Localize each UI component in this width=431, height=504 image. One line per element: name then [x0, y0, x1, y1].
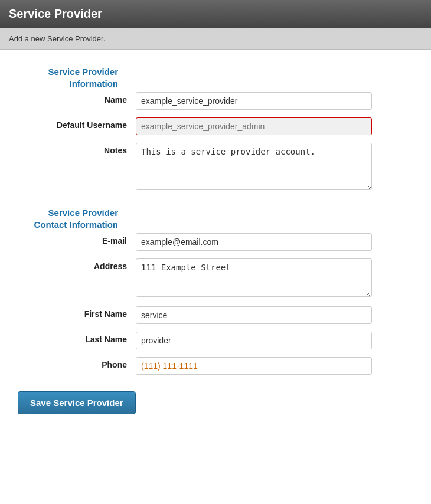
email-input[interactable] [136, 233, 372, 251]
first-name-field-container [136, 303, 413, 329]
default-username-field-container [136, 114, 413, 140]
last-name-label: Last Name [18, 329, 136, 349]
first-name-input[interactable] [136, 306, 372, 324]
first-name-label: First Name [18, 303, 136, 323]
name-field-container [136, 89, 413, 114]
page-title: Service Provider [9, 7, 102, 20]
header: Service Provider [0, 0, 431, 28]
phone-label: Phone [18, 354, 136, 374]
name-label: Name [18, 89, 136, 109]
address-textarea[interactable]: 111 Example Street [136, 258, 372, 297]
default-username-label: Default Username [18, 114, 136, 135]
default-username-input[interactable] [136, 117, 372, 135]
name-input[interactable] [136, 92, 372, 110]
last-name-input[interactable] [136, 332, 372, 349]
section-info-title: Service Provider Information [18, 61, 136, 89]
save-button[interactable]: Save Service Provider [18, 391, 136, 414]
email-label: E-mail [18, 230, 136, 250]
address-label: Address [18, 256, 136, 276]
address-field-container: 111 Example Street [136, 256, 413, 303]
phone-input[interactable] [136, 357, 372, 375]
section-contact-title: Service Provider Contact Information [18, 202, 136, 230]
email-field-container [136, 230, 413, 256]
phone-field-container [136, 354, 413, 379]
subheader-text: Add a new Service Provider. [9, 34, 105, 43]
notes-field-container: This is a service provider account. [136, 140, 413, 197]
last-name-field-container [136, 329, 413, 354]
subheader: Add a new Service Provider. [0, 28, 431, 50]
notes-textarea[interactable]: This is a service provider account. [136, 143, 372, 190]
notes-label: Notes [18, 140, 136, 160]
